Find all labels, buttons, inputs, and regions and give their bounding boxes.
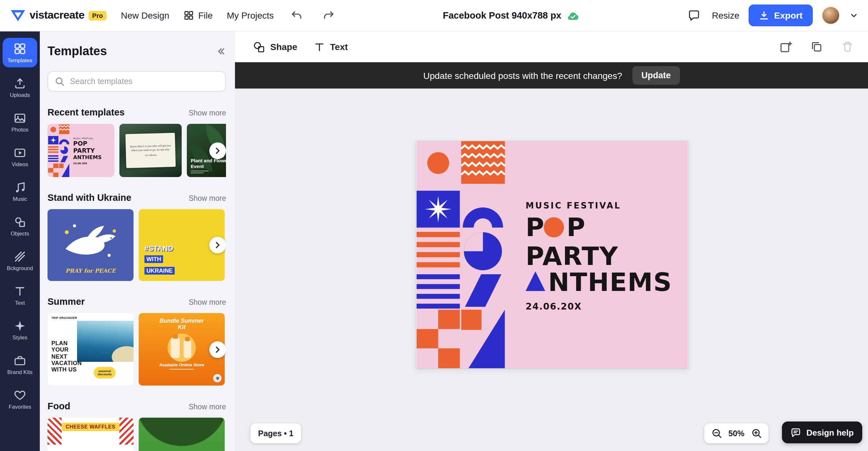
new-design-button[interactable]: New Design bbox=[121, 10, 169, 21]
text-tool-label: Text bbox=[330, 42, 348, 52]
ukraine-next-button[interactable] bbox=[209, 237, 226, 253]
panel-header: Templates bbox=[48, 44, 226, 58]
sidebar-item-photos[interactable]: Photos bbox=[3, 107, 37, 137]
template-thumb-peace-dove[interactable]: PRAY for PEACE bbox=[48, 209, 133, 281]
templates-panel: Templates Recent templates Show more bbox=[40, 31, 235, 451]
duplicate-page-button[interactable] bbox=[808, 38, 826, 56]
sidebar-item-videos[interactable]: Videos bbox=[3, 142, 37, 171]
sidebar-item-templates[interactable]: Templates bbox=[3, 38, 37, 67]
sidebar-item-background[interactable]: Bckground bbox=[3, 246, 37, 275]
sidebar-rail: Templates Uploads Photos Videos Music Ob… bbox=[0, 31, 40, 451]
text-tool-button[interactable]: Text bbox=[314, 41, 348, 52]
text-tool-icon bbox=[314, 41, 325, 52]
show-more-link[interactable]: Show more bbox=[189, 298, 226, 306]
design-help-button[interactable]: Design help bbox=[782, 421, 862, 443]
show-more-link[interactable]: Show more bbox=[189, 109, 226, 117]
premium-badge bbox=[213, 374, 221, 382]
account-menu-button[interactable] bbox=[849, 6, 859, 24]
topbar-right: Resize Export bbox=[685, 4, 868, 26]
comment-icon bbox=[688, 9, 701, 22]
shape-tool-label: Shape bbox=[270, 42, 297, 52]
canvas-toolbar-right bbox=[777, 38, 857, 56]
add-page-button[interactable] bbox=[777, 38, 795, 56]
show-more-link[interactable]: Show more bbox=[189, 194, 226, 202]
awning-stripes bbox=[119, 418, 133, 445]
sidebar-item-favorites[interactable]: Favorites bbox=[3, 384, 37, 414]
music-note-icon bbox=[13, 181, 26, 193]
sidebar-item-uploads[interactable]: Uploads bbox=[3, 72, 37, 102]
section-ukraine-header: Stand with Ukraine Show more bbox=[48, 192, 226, 203]
vacation-line: YOUR bbox=[51, 347, 82, 353]
zoom-controls: 50% bbox=[704, 423, 769, 443]
sidebar-item-objects[interactable]: Objects bbox=[3, 211, 37, 240]
stand-line2: WITH bbox=[145, 255, 163, 263]
undo-icon bbox=[290, 9, 303, 22]
update-button[interactable]: Update bbox=[632, 66, 680, 85]
sidebar-item-brand-kits[interactable]: Brand Kits bbox=[3, 350, 37, 379]
collapse-panel-button[interactable] bbox=[214, 45, 226, 57]
section-title: Recent templates bbox=[48, 107, 125, 118]
new-design-label: New Design bbox=[121, 10, 169, 21]
cloud-saved-icon bbox=[566, 10, 580, 21]
design-anthems-text[interactable]: NTHEMS bbox=[548, 267, 672, 297]
sidebar-item-music[interactable]: Music bbox=[3, 176, 37, 206]
export-button[interactable]: Export bbox=[748, 4, 813, 26]
delete-page-button[interactable] bbox=[838, 38, 857, 56]
pages-label: Pages • 1 bbox=[258, 429, 293, 438]
briefcase-icon bbox=[13, 354, 26, 367]
template-thumb-green-food[interactable] bbox=[139, 418, 225, 451]
my-projects-button[interactable]: My Projects bbox=[227, 10, 274, 21]
vistacreate-app: vistacreate Pro New Design File My Proje… bbox=[0, 0, 868, 451]
panel-title: Templates bbox=[48, 44, 107, 58]
vistacreate-logo[interactable]: vistacreate Pro bbox=[10, 8, 106, 23]
design-pop-o-circle[interactable] bbox=[544, 217, 564, 237]
design-pop-p2[interactable]: P bbox=[566, 213, 585, 242]
chevron-down-icon bbox=[850, 11, 858, 19]
zoom-in-button[interactable] bbox=[748, 425, 765, 442]
show-more-link[interactable]: Show more bbox=[189, 403, 226, 411]
design-kicker-text[interactable]: MUSIC FESTIVAL bbox=[526, 201, 621, 211]
search-input[interactable] bbox=[70, 77, 219, 86]
avatar[interactable] bbox=[822, 6, 840, 24]
sidebar-item-text[interactable]: Text bbox=[3, 280, 37, 310]
my-projects-label: My Projects bbox=[227, 10, 274, 21]
sparkle-icon bbox=[13, 319, 26, 332]
comments-button[interactable] bbox=[685, 6, 703, 24]
file-menu-button[interactable]: File bbox=[183, 10, 213, 21]
zoom-out-button[interactable] bbox=[708, 425, 725, 442]
design-date-text[interactable]: 24.06.20X bbox=[526, 301, 582, 312]
section-title: Stand with Ukraine bbox=[48, 192, 131, 203]
stand-line1: #STAND bbox=[145, 245, 175, 252]
sidebar-item-label: Templates bbox=[7, 57, 32, 63]
stand-text-stack: #STAND WITH UKRAINE bbox=[145, 245, 175, 275]
redo-button[interactable] bbox=[320, 6, 338, 24]
document-title-group[interactable]: Facebook Post 940x788 px bbox=[443, 10, 579, 21]
section-summer-header: Summer Show more bbox=[48, 296, 226, 307]
template-thumb-pop-party[interactable]: MUSIC FESTIVAL POP PARTY ANTHEMS 24.06.2… bbox=[48, 124, 114, 177]
sidebar-item-label: Favorites bbox=[9, 403, 31, 410]
design-party-text[interactable]: PARTY bbox=[526, 241, 618, 271]
template-thumb-forest-quote[interactable]: Know that it is you who will get you whe… bbox=[119, 124, 182, 177]
template-thumb-cheese-waffles[interactable]: CHEESE WAFFLES bbox=[48, 418, 133, 451]
search-icon bbox=[55, 76, 65, 87]
plant-title-line2: Event bbox=[191, 164, 226, 169]
design-pop-p1[interactable]: P bbox=[526, 213, 544, 242]
zoom-level: 50% bbox=[725, 429, 748, 438]
undo-button[interactable] bbox=[288, 6, 306, 24]
resize-button[interactable]: Resize bbox=[712, 10, 740, 21]
logo-icon bbox=[10, 8, 26, 23]
sidebar-item-label: Uploads bbox=[10, 91, 30, 98]
topbar: vistacreate Pro New Design File My Proje… bbox=[0, 0, 868, 31]
zoom-in-icon bbox=[751, 428, 762, 439]
pages-button[interactable]: Pages • 1 bbox=[250, 423, 301, 443]
design-canvas[interactable]: MUSIC FESTIVAL P P PARTY NTHEMS 24.06.20… bbox=[416, 141, 688, 368]
sidebar-item-label: Brand Kits bbox=[7, 368, 32, 375]
summer-next-button[interactable] bbox=[209, 341, 226, 358]
shape-tool-button[interactable]: Shape bbox=[253, 41, 297, 53]
template-thumb-vacation[interactable]: TRIP ORGANIZER PLAN YOUR NEXT VACATION W… bbox=[48, 313, 133, 386]
resize-label: Resize bbox=[712, 10, 740, 21]
add-page-icon bbox=[779, 40, 792, 53]
sidebar-item-styles[interactable]: Styles bbox=[3, 315, 37, 345]
recent-next-button[interactable] bbox=[209, 142, 226, 159]
bundle-url-bar bbox=[169, 368, 194, 369]
